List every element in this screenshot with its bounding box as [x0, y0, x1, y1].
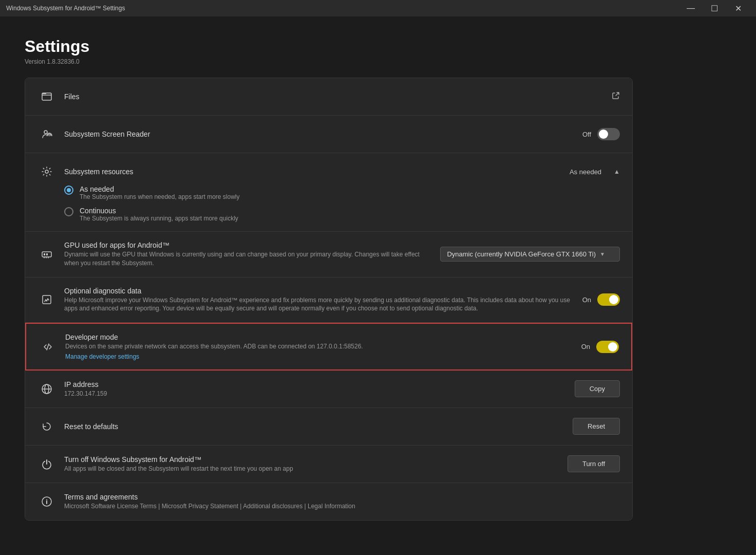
- developer-mode-link[interactable]: Manage developer settings: [65, 353, 573, 360]
- gpu-dropdown-arrow: ▼: [600, 251, 605, 257]
- subsystem-resources-icon: [37, 162, 56, 181]
- radio-as-needed-text: As needed The Subsystem runs when needed…: [80, 185, 239, 200]
- ip-address-row: IP address 172.30.147.159 Copy: [25, 371, 632, 408]
- files-text: Files: [64, 92, 612, 101]
- diagnostics-description: Help Microsoft improve your Windows Subs…: [64, 296, 574, 313]
- screen-reader-control: Off: [582, 128, 620, 140]
- files-row[interactable]: Files: [25, 78, 632, 116]
- reset-icon: [37, 417, 56, 436]
- diagnostics-text: Optional diagnostic data Help Microsoft …: [64, 287, 574, 313]
- diagnostics-row: Optional diagnostic data Help Microsoft …: [25, 278, 632, 323]
- subsystem-resources-row-main[interactable]: Subsystem resources As needed ▲: [37, 162, 620, 181]
- turn-off-description: All apps will be closed and the Subsyste…: [64, 465, 559, 473]
- reset-control: Reset: [573, 418, 620, 435]
- svg-rect-7: [46, 253, 48, 255]
- diagnostics-toggle-label: On: [582, 296, 591, 304]
- files-row-main: Files: [37, 87, 620, 106]
- developer-mode-icon: [39, 338, 57, 356]
- ip-address-row-main: IP address 172.30.147.159 Copy: [37, 380, 620, 398]
- reset-row: Reset to defaults Reset: [25, 408, 632, 446]
- screen-reader-toggle-label: Off: [582, 131, 591, 138]
- terms-text: Terms and agreements Microsoft Software …: [64, 493, 620, 511]
- diagnostics-icon: [37, 290, 56, 309]
- radio-as-needed-label: As needed: [80, 185, 239, 193]
- reset-row-main: Reset to defaults Reset: [37, 417, 620, 436]
- screen-reader-toggle[interactable]: [597, 128, 620, 140]
- gpu-icon: [37, 245, 56, 264]
- ip-address-value: 172.30.147.159: [64, 390, 566, 398]
- terms-row-main: Terms and agreements Microsoft Software …: [37, 492, 620, 511]
- window-title: Windows Subsystem for Android™ Settings: [6, 5, 125, 12]
- turn-off-row: Turn off Windows Subsystem for Android™ …: [25, 446, 632, 483]
- diagnostics-row-main: Optional diagnostic data Help Microsoft …: [37, 287, 620, 313]
- files-icon: [37, 87, 56, 106]
- subsystem-resources-options: As needed The Subsystem runs when needed…: [37, 181, 620, 222]
- developer-mode-toggle-label: On: [581, 343, 590, 350]
- radio-continuous-text: Continuous The Subsystem is always runni…: [80, 207, 238, 222]
- ip-address-label: IP address: [64, 380, 566, 388]
- subsystem-resources-value: As needed: [570, 168, 601, 176]
- turn-off-control: Turn off: [568, 455, 620, 472]
- terms-links: Microsoft Software License Terms | Micro…: [64, 502, 620, 511]
- page-title: Settings: [25, 37, 633, 56]
- terms-row: Terms and agreements Microsoft Software …: [25, 483, 632, 520]
- gpu-label: GPU used for apps for Android™: [64, 241, 432, 249]
- turn-off-icon: [37, 455, 56, 473]
- files-label: Files: [64, 92, 612, 101]
- window-controls: — ☐ ✕: [679, 0, 750, 16]
- developer-mode-description: Devices on the same private network can …: [65, 342, 573, 351]
- radio-as-needed[interactable]: As needed The Subsystem runs when needed…: [64, 185, 620, 200]
- reset-label: Reset to defaults: [64, 422, 564, 431]
- radio-continuous-circle: [64, 207, 73, 216]
- main-content: Settings Version 1.8.32836.0 Files: [0, 16, 657, 541]
- svg-point-12: [46, 499, 47, 500]
- radio-continuous-label: Continuous: [80, 207, 238, 215]
- terms-label: Terms and agreements: [64, 493, 620, 501]
- copy-button[interactable]: Copy: [575, 380, 620, 397]
- page-version: Version 1.8.32836.0: [25, 58, 633, 65]
- settings-list: Files: [25, 78, 633, 521]
- turn-off-label: Turn off Windows Subsystem for Android™: [64, 455, 559, 464]
- svg-point-2: [44, 131, 47, 134]
- files-external-link-icon: [612, 91, 620, 102]
- gpu-text: GPU used for apps for Android™ Dynamic w…: [64, 241, 432, 268]
- turn-off-row-main: Turn off Windows Subsystem for Android™ …: [37, 455, 620, 473]
- gpu-dropdown[interactable]: Dynamic (currently NVIDIA GeForce GTX 16…: [440, 247, 620, 262]
- radio-continuous[interactable]: Continuous The Subsystem is always runni…: [64, 207, 620, 222]
- gpu-control: Dynamic (currently NVIDIA GeForce GTX 16…: [440, 247, 620, 262]
- ip-address-text: IP address 172.30.147.159: [64, 380, 566, 398]
- reset-button[interactable]: Reset: [573, 418, 620, 435]
- diagnostics-toggle[interactable]: [597, 293, 620, 306]
- radio-continuous-desc: The Subsystem is always running, apps st…: [80, 215, 238, 222]
- screen-reader-row: Subsystem Screen Reader Off: [25, 116, 632, 153]
- ip-address-icon: [37, 380, 56, 398]
- svg-point-3: [49, 135, 50, 136]
- developer-mode-label: Developer mode: [65, 333, 573, 341]
- radio-as-needed-desc: The Subsystem runs when needed, apps sta…: [80, 193, 239, 200]
- subsystem-resources-label: Subsystem resources: [64, 168, 561, 176]
- subsystem-resources-row: Subsystem resources As needed ▲ As neede…: [25, 153, 632, 232]
- diagnostics-label: Optional diagnostic data: [64, 287, 574, 295]
- maximize-button[interactable]: ☐: [703, 0, 726, 16]
- svg-rect-6: [44, 253, 45, 255]
- screen-reader-label: Subsystem Screen Reader: [64, 130, 574, 138]
- diagnostics-control: On: [582, 293, 620, 306]
- turn-off-button[interactable]: Turn off: [568, 455, 620, 472]
- svg-rect-1: [42, 93, 51, 100]
- minimize-button[interactable]: —: [679, 0, 703, 16]
- developer-mode-toggle[interactable]: [596, 341, 619, 353]
- ip-address-control: Copy: [575, 380, 620, 397]
- developer-mode-control: On: [581, 341, 619, 353]
- developer-mode-row-main: Developer mode Devices on the same priva…: [39, 333, 619, 360]
- svg-point-4: [45, 170, 48, 173]
- reset-text: Reset to defaults: [64, 422, 564, 431]
- close-button[interactable]: ✕: [726, 0, 750, 16]
- developer-mode-text: Developer mode Devices on the same priva…: [65, 333, 573, 360]
- screen-reader-text: Subsystem Screen Reader: [64, 130, 574, 138]
- turn-off-text: Turn off Windows Subsystem for Android™ …: [64, 455, 559, 473]
- terms-icon: [37, 492, 56, 511]
- screen-reader-row-main: Subsystem Screen Reader Off: [37, 125, 620, 143]
- gpu-description: Dynamic will use the GPU that Windows is…: [64, 250, 432, 268]
- developer-mode-row: Developer mode Devices on the same priva…: [25, 323, 632, 371]
- gpu-dropdown-value: Dynamic (currently NVIDIA GeForce GTX 16…: [447, 250, 596, 258]
